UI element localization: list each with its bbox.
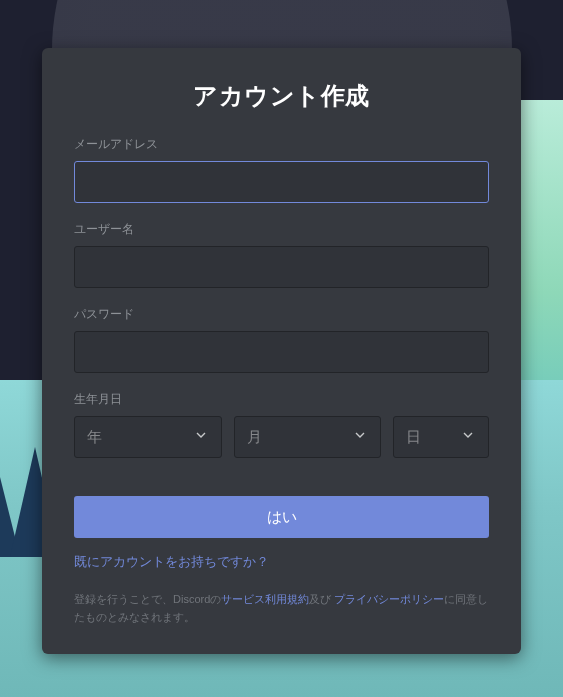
password-label: パスワード (74, 306, 489, 323)
email-input[interactable] (74, 161, 489, 203)
tos-link[interactable]: サービス利用規約 (221, 593, 309, 605)
username-field-group: ユーザー名 (74, 221, 489, 288)
dob-row: 年 月 日 (74, 416, 489, 458)
month-placeholder: 月 (247, 428, 262, 447)
username-input[interactable] (74, 246, 489, 288)
chevron-down-icon (460, 427, 476, 447)
day-placeholder: 日 (406, 428, 421, 447)
password-field-group: パスワード (74, 306, 489, 373)
year-placeholder: 年 (87, 428, 102, 447)
privacy-link[interactable]: プライバシーポリシー (334, 593, 444, 605)
month-select[interactable]: 月 (234, 416, 382, 458)
year-select[interactable]: 年 (74, 416, 222, 458)
login-link[interactable]: 既にアカウントをお持ちですか？ (74, 553, 269, 571)
chevron-down-icon (193, 427, 209, 447)
chevron-down-icon (352, 427, 368, 447)
email-label: メールアドレス (74, 136, 489, 153)
terms-prefix: 登録を行うことで、Discordの (74, 593, 221, 605)
email-field-group: メールアドレス (74, 136, 489, 203)
username-label: ユーザー名 (74, 221, 489, 238)
submit-button[interactable]: はい (74, 496, 489, 538)
dob-field-group: 生年月日 年 月 日 (74, 391, 489, 458)
day-select[interactable]: 日 (393, 416, 489, 458)
dob-label: 生年月日 (74, 391, 489, 408)
terms-text: 登録を行うことで、Discordのサービス利用規約及び プライバシーポリシーに同… (74, 591, 489, 626)
password-input[interactable] (74, 331, 489, 373)
register-modal: アカウント作成 メールアドレス ユーザー名 パスワード 生年月日 年 月 (42, 48, 521, 654)
modal-title: アカウント作成 (74, 80, 489, 112)
terms-and: 及び (309, 593, 331, 605)
